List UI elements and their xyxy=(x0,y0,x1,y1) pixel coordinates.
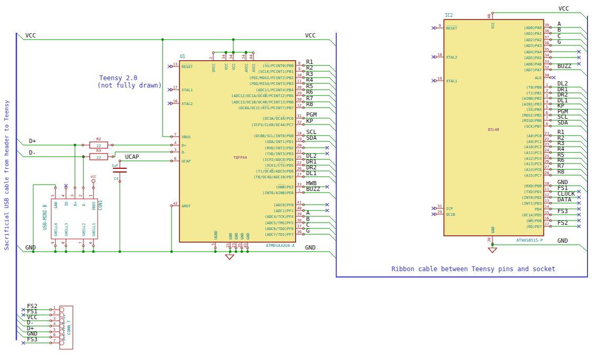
pin-name: GND xyxy=(229,233,233,240)
wire[interactable] xyxy=(551,175,587,182)
wire[interactable] xyxy=(551,93,587,100)
pin-name: (W̅R̅)PD6 xyxy=(526,218,542,223)
pin-number: 21 xyxy=(297,149,301,154)
wire[interactable] xyxy=(551,115,587,122)
wire[interactable] xyxy=(551,45,587,52)
pin-number: 28 xyxy=(297,85,301,90)
junction-dot xyxy=(74,144,77,147)
connector-pin-circle xyxy=(60,319,64,323)
wire[interactable] xyxy=(492,13,587,20)
pin-name: GND xyxy=(54,202,58,208)
pin-name: VCC xyxy=(491,22,495,29)
pin-number: 23 xyxy=(232,243,236,247)
net-label[interactable]: G xyxy=(557,39,561,45)
net-label[interactable]: SDA xyxy=(557,119,568,126)
junction-dot xyxy=(225,51,228,54)
net-label[interactable]: R8 xyxy=(306,101,313,108)
pin-name: (A14)PC6 xyxy=(524,168,542,172)
pin-name: (AD0)PA0 xyxy=(524,26,542,30)
junction-dot xyxy=(65,251,68,253)
wire[interactable] xyxy=(16,33,336,46)
pin-name: (INT1)PD3 xyxy=(522,202,542,206)
wire[interactable] xyxy=(16,150,83,157)
wire[interactable] xyxy=(163,40,172,137)
net-label[interactable]: VCC xyxy=(558,5,569,12)
wire[interactable] xyxy=(304,141,336,148)
net-label[interactable]: VCC xyxy=(25,32,36,39)
wire[interactable] xyxy=(113,152,172,157)
wire[interactable] xyxy=(551,126,587,133)
u1-ref: U1 xyxy=(180,54,185,59)
pin-number: 2 xyxy=(546,89,548,93)
note-left-cable: Sacrificial USB cable from header to Tee… xyxy=(3,100,10,250)
pin-name: (R̅D̅)PD7 xyxy=(526,224,542,228)
net-label[interactable]: FS3 xyxy=(557,208,568,215)
net-label[interactable]: DL1 xyxy=(306,170,317,177)
pin-name: (TXD)PD1 xyxy=(524,190,542,194)
pin-name: SHELL3 xyxy=(64,223,69,236)
pin-number: 34 xyxy=(545,53,549,58)
pin-name: (SDA/INT1)PD1 xyxy=(264,140,293,144)
pin-name: (AIN0)PB2 xyxy=(522,97,542,101)
net-label[interactable]: FS3 xyxy=(27,336,37,343)
gnd-symbol xyxy=(225,255,234,260)
pin-name: (A8)PC0 xyxy=(526,134,542,138)
net-label[interactable]: GND xyxy=(305,244,316,251)
schematic-canvas[interactable]: U1 TQFP44 ATMEGA32U4-A IC2 DIL40 AT90S85… xyxy=(0,0,597,364)
net-label[interactable]: BUZZ xyxy=(306,186,320,193)
pin-number: 24 xyxy=(545,148,549,152)
connector-pin-circle xyxy=(60,341,64,345)
net-label[interactable]: G xyxy=(306,227,310,234)
pin-name: (OC3A/O̅C̅4̅A̅)PC6 xyxy=(262,116,293,120)
pin-number: 41 xyxy=(297,200,301,205)
pin-number: 44 xyxy=(249,55,253,59)
net-label[interactable]: VCC xyxy=(305,32,316,39)
pin-name: (H̅W̅B̅)PE2 xyxy=(276,184,293,189)
wire[interactable] xyxy=(551,104,587,111)
pin-number: 18 xyxy=(438,53,442,57)
note-teensy-1: Teensy 2.0 xyxy=(99,74,137,82)
wire[interactable] xyxy=(304,193,336,199)
net-label[interactable]: FS2 xyxy=(557,219,568,226)
wire[interactable] xyxy=(551,158,587,165)
net-label[interactable]: UCAP xyxy=(125,154,139,160)
net-label[interactable]: KP xyxy=(306,118,314,124)
net-label[interactable]: D- xyxy=(29,149,36,156)
pin-number: 3 xyxy=(53,317,55,321)
pin-number: 40 xyxy=(487,14,491,18)
pin-number: 35 xyxy=(238,243,242,247)
pin-name: (AIN1)PB3 xyxy=(522,102,542,107)
net-label[interactable]: GND xyxy=(557,237,568,244)
wire[interactable] xyxy=(551,141,587,148)
pin-number: 30 xyxy=(545,73,549,78)
pin-name: (A15)PC7 xyxy=(524,174,542,178)
pin-number: 39 xyxy=(545,23,549,27)
pin-name: (AD1)PA1 xyxy=(524,32,542,36)
wire[interactable] xyxy=(551,70,587,76)
net-label[interactable]: D+ xyxy=(29,138,36,145)
wire[interactable] xyxy=(492,244,587,252)
wire[interactable] xyxy=(551,33,587,40)
pin-number: 4 xyxy=(546,100,548,104)
pin-name: SHELL1 xyxy=(92,223,96,236)
connector-pin-circle xyxy=(60,324,64,328)
wire[interactable] xyxy=(304,234,336,241)
net-label[interactable]: GND xyxy=(25,244,36,251)
pin-name: D- xyxy=(182,150,186,155)
pin-name: (ADC13/OC1B/OC4B/PCINT13)PB6 xyxy=(231,100,293,104)
u1-footprint: TQFP44 xyxy=(233,156,247,160)
pin-name: OC1B xyxy=(446,213,455,217)
wire[interactable] xyxy=(16,138,83,145)
net-label[interactable]: SDA xyxy=(306,135,317,141)
pin-number: 12 xyxy=(297,103,301,108)
pin-name: (AD7)PA7 xyxy=(524,68,542,72)
connector-pin-circle xyxy=(60,330,64,334)
net-label[interactable]: R8 xyxy=(557,168,564,175)
net-label[interactable]: DATA xyxy=(557,196,572,203)
net-label[interactable]: BUZZ xyxy=(557,63,572,70)
pin-number: 25 xyxy=(297,155,301,159)
pin-name: (XCK1/C̅T̅S̅)PD5 xyxy=(264,162,293,167)
pin-number: 21 xyxy=(545,131,549,136)
pin-name: (A11)PC3 xyxy=(524,151,542,155)
pin-number: 19 xyxy=(438,76,442,81)
